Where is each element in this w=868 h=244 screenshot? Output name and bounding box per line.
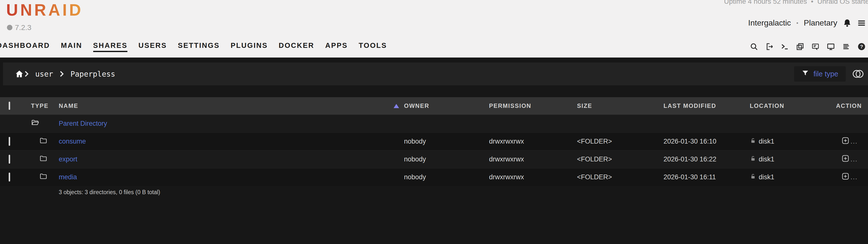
location-label: disk1 (759, 138, 774, 145)
lock-icon (750, 173, 756, 181)
table-body: Parent Directory (0, 115, 868, 186)
terminal-icon[interactable] (780, 42, 789, 51)
breadcrumb-segment-current: Paperpless (70, 70, 115, 79)
row-checkbox[interactable] (9, 173, 10, 182)
chevron-right-icon (24, 70, 29, 78)
row-checkbox[interactable] (9, 137, 10, 146)
nav-item-shares[interactable]: SHARES (93, 41, 128, 52)
nav-item-settings[interactable]: SETTINGS (178, 41, 220, 52)
server-description: Planetary (804, 18, 837, 28)
nav-item-tools[interactable]: TOOLS (359, 41, 387, 52)
search-icon[interactable] (749, 42, 758, 51)
folder-icon (39, 154, 47, 164)
more-actions-label[interactable]: ... (850, 138, 858, 145)
more-actions-label[interactable]: ... (850, 173, 858, 181)
location-label: disk1 (759, 155, 774, 163)
last-modified-cell: 2026-01-30 16:22 (663, 155, 750, 163)
hamburger-menu-icon[interactable] (857, 19, 866, 28)
nav-item-users[interactable]: USERS (138, 41, 167, 52)
os-status-text: Unraid OS starte (817, 0, 868, 5)
folder-icon (39, 136, 47, 146)
remote-display-icon[interactable] (826, 42, 835, 51)
server-name: Intergalactic (748, 18, 791, 28)
nav-item-plugins[interactable]: PLUGINS (230, 41, 268, 52)
svg-text:?: ? (860, 43, 863, 49)
object-summary: 3 objects: 3 directories, 0 files (0 B t… (0, 189, 868, 196)
home-icon[interactable] (15, 69, 24, 79)
uptime-status: Uptime 4 hours 52 minutes • Unraid OS st… (724, 0, 868, 5)
location-cell: disk1 (750, 155, 836, 163)
expand-actions-icon[interactable] (841, 172, 850, 183)
table-row: export nobody drwxrwxrwx <FOLDER> 2026-0… (0, 150, 868, 168)
folder-open-icon (31, 119, 39, 129)
breadcrumb-tools: file type (794, 66, 865, 82)
file-table: TYPE NAME OWNER PERMISSION SIZE LAST MOD… (0, 97, 868, 196)
filter-label: file type (813, 70, 838, 78)
unraid-file-manager: UNRAID 7.2.3 Uptime 4 hours 52 minutes •… (0, 0, 868, 244)
row-actions[interactable]: ... (836, 154, 858, 165)
unraid-logo[interactable]: UNRAID (6, 0, 83, 19)
column-header-size[interactable]: SIZE (577, 102, 663, 109)
column-header-last-modified[interactable]: LAST MODIFIED (663, 102, 750, 109)
nav-item-apps[interactable]: APPS (325, 41, 348, 52)
nav-item-dashboard[interactable]: DASHBOARD (0, 41, 50, 52)
permission-cell: drwxrwxrwx (489, 155, 577, 163)
header-toolbar: ? (749, 42, 866, 51)
file-name-link[interactable]: Parent Directory (59, 120, 107, 127)
more-actions-label[interactable]: ... (850, 155, 858, 163)
sign-out-icon[interactable] (765, 42, 774, 51)
breadcrumb-segment-user[interactable]: user (35, 70, 53, 79)
copy-icon[interactable] (796, 42, 805, 51)
nav-item-main[interactable]: MAIN (61, 41, 82, 52)
column-header-owner[interactable]: OWNER (404, 102, 489, 109)
last-modified-cell: 2026-01-30 16:11 (663, 173, 750, 181)
column-header-permission[interactable]: PERMISSION (489, 102, 577, 109)
select-all-checkbox[interactable] (9, 102, 10, 110)
file-type-filter[interactable]: file type (794, 66, 846, 82)
column-header-action: ACTION (836, 102, 858, 109)
column-header-type[interactable]: TYPE (31, 102, 59, 109)
size-cell: <FOLDER> (577, 155, 663, 163)
version-number: 7.2.3 (15, 23, 31, 32)
row-actions[interactable]: ... (836, 136, 858, 147)
version-line: 7.2.3 (7, 23, 31, 32)
file-name-link[interactable]: export (59, 155, 78, 163)
log-icon[interactable] (842, 42, 851, 51)
view-toggle-icon[interactable] (851, 69, 865, 79)
main-nav: DASHBOARDMAINSHARESUSERSSETTINGSPLUGINSD… (0, 41, 387, 52)
sort-asc-icon[interactable] (394, 104, 399, 108)
table-row: consume nobody drwxrwxrwx <FOLDER> 2026-… (0, 132, 868, 150)
location-cell: disk1 (750, 173, 836, 181)
expand-actions-icon[interactable] (841, 154, 850, 165)
status-dot-icon (7, 25, 12, 30)
owner-cell: nobody (404, 155, 489, 163)
row-actions[interactable]: ... (836, 172, 858, 183)
uptime-text: Uptime 4 hours 52 minutes (724, 0, 807, 5)
expand-actions-icon[interactable] (841, 136, 850, 147)
owner-cell: nobody (404, 138, 489, 145)
nav-item-docker[interactable]: DOCKER (279, 41, 314, 52)
lock-icon (750, 138, 756, 146)
size-cell: <FOLDER> (577, 138, 663, 145)
main-content: user Paperpless file type (0, 62, 868, 244)
table-row: media nobody drwxrwxrwx <FOLDER> 2026-01… (0, 168, 868, 186)
folder-icon (39, 172, 47, 182)
feedback-icon[interactable] (811, 42, 820, 51)
column-header-name[interactable]: NAME (59, 102, 78, 109)
server-identity: Intergalactic • Planetary (748, 18, 866, 28)
chevron-right-icon (59, 70, 64, 78)
notifications-bell-icon[interactable] (843, 19, 851, 28)
file-name-link[interactable]: media (59, 173, 77, 181)
row-checkbox[interactable] (9, 155, 10, 164)
location-label: disk1 (759, 173, 774, 181)
last-modified-cell: 2026-01-30 16:10 (663, 138, 750, 145)
server-separator: • (796, 20, 798, 26)
uptime-separator: • (811, 0, 813, 5)
column-header-location[interactable]: LOCATION (750, 102, 836, 109)
file-name-link[interactable]: consume (59, 138, 86, 145)
table-header: TYPE NAME OWNER PERMISSION SIZE LAST MOD… (0, 97, 868, 115)
help-icon[interactable]: ? (857, 42, 866, 51)
lock-icon (750, 155, 756, 163)
permission-cell: drwxrwxrwx (489, 138, 577, 145)
filter-funnel-icon (802, 69, 809, 79)
